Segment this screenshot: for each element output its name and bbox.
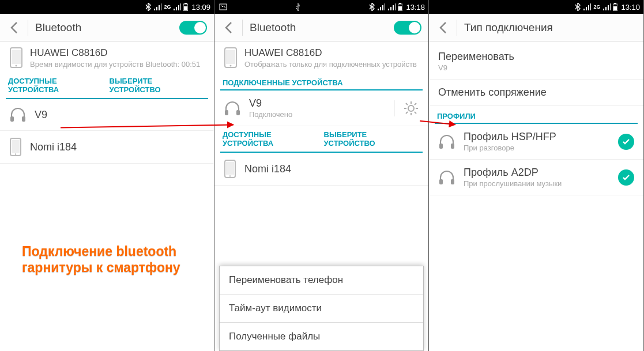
svg-line-29 xyxy=(406,112,408,114)
phone-icon xyxy=(224,160,236,178)
battery-icon xyxy=(398,3,402,11)
battery-icon xyxy=(613,3,617,11)
signal-icon xyxy=(583,3,591,10)
svg-point-18 xyxy=(230,65,232,67)
svg-rect-38 xyxy=(439,179,443,184)
svg-line-27 xyxy=(415,112,416,114)
section-profiles-label: ПРОФИЛИ xyxy=(429,106,643,123)
svg-rect-31 xyxy=(226,162,234,175)
header-separator xyxy=(28,20,28,36)
profile-row-a2dp[interactable]: Профиль A2DP При прослушивании музыки xyxy=(429,160,643,195)
page-title: Тип подключения xyxy=(464,21,643,34)
gear-icon[interactable] xyxy=(394,100,419,116)
bluetooth-toggle[interactable] xyxy=(394,21,421,35)
own-device-row[interactable]: HUAWEI C8816D Время видимости для устрой… xyxy=(0,41,214,73)
svg-rect-9 xyxy=(12,140,20,153)
device-tabs: ДОСТУПНЫЕ УСТРОЙСТВА ВЫБЕРИТЕ УСТРОЙСТВО xyxy=(6,75,208,99)
headphones-icon xyxy=(224,100,241,117)
phone-icon xyxy=(9,138,22,156)
headphones-icon xyxy=(438,133,455,150)
profile-title: Профиль A2DP xyxy=(464,167,610,179)
screen-1: 2G 13:09 Bluetooth HUAWEI C8816D Время в… xyxy=(0,0,214,351)
battery-icon xyxy=(183,3,188,11)
tab-select[interactable]: ВЫБЕРИТЕ УСТРОЙСТВО xyxy=(322,129,423,152)
signal-secondary-icon xyxy=(602,3,611,10)
phone-icon xyxy=(9,47,23,68)
status-time: 13:09 xyxy=(191,3,210,12)
header-separator xyxy=(242,20,243,36)
svg-line-28 xyxy=(415,103,416,105)
menu-rename-phone[interactable]: Переименовать телефон xyxy=(220,266,423,295)
device-tabs: ДОСТУПНЫЕ УСТРОЙСТВА ВЫБЕРИТЕ УСТРОЙСТВО xyxy=(220,129,423,153)
check-icon[interactable] xyxy=(618,169,634,186)
rename-row[interactable]: Переименовать V9 xyxy=(429,41,643,80)
back-button[interactable] xyxy=(214,14,242,41)
profile-row-hsp[interactable]: Профиль HSP/HFP При разговоре xyxy=(429,124,643,160)
device-row-nomi[interactable]: Nomi i184 xyxy=(0,131,214,164)
own-device-sub: Время видимости для устройств Bluetooth:… xyxy=(30,60,205,69)
svg-rect-2 xyxy=(184,6,187,10)
status-time: 13:18 xyxy=(406,3,425,12)
svg-rect-34 xyxy=(614,3,616,4)
overflow-menu: Переименовать телефон Тайм-аут видимости… xyxy=(219,266,424,351)
menu-received-files[interactable]: Полученные файлы xyxy=(220,323,423,350)
connected-device-name: V9 xyxy=(249,97,386,110)
tab-select[interactable]: ВЫБЕРИТЕ УСТРОЙСТВО xyxy=(107,75,209,98)
section-connected-label: ПОДКЛЮЧЕННЫЕ УСТРОЙСТВА xyxy=(214,73,428,89)
status-bar: 2G 13:10 xyxy=(429,0,643,14)
menu-visibility-timeout[interactable]: Тайм-аут видимости xyxy=(220,295,423,323)
profile-sub: При разговоре xyxy=(464,144,610,152)
svg-rect-15 xyxy=(398,6,402,10)
device-name: Nomi i184 xyxy=(244,163,419,175)
rename-label: Переименовать xyxy=(438,51,634,63)
tab-available[interactable]: ДОСТУПНЫЕ УСТРОЙСТВА xyxy=(220,129,322,152)
screenshot-icon xyxy=(219,3,227,10)
svg-rect-14 xyxy=(399,3,401,4)
header-separator xyxy=(457,20,457,36)
svg-rect-1 xyxy=(184,3,187,4)
bluetooth-icon xyxy=(575,3,581,11)
own-device-name: HUAWEI C8816D xyxy=(30,47,205,59)
check-icon[interactable] xyxy=(618,134,634,150)
phone-icon xyxy=(224,47,238,68)
back-button[interactable] xyxy=(429,14,457,41)
tab-available[interactable]: ДОСТУПНЫЕ УСТРОЙСТВА xyxy=(6,75,107,98)
svg-rect-37 xyxy=(451,144,454,149)
svg-rect-36 xyxy=(439,144,443,149)
bluetooth-toggle[interactable] xyxy=(179,21,207,35)
signal-secondary-icon xyxy=(173,3,181,10)
svg-rect-17 xyxy=(226,50,235,64)
page-title: Bluetooth xyxy=(35,21,179,34)
device-name: V9 xyxy=(35,109,205,121)
back-button[interactable] xyxy=(0,14,28,41)
unpair-label: Отменить сопряжение xyxy=(438,86,634,99)
svg-rect-19 xyxy=(225,110,228,115)
svg-point-32 xyxy=(229,175,231,177)
header: Тип подключения xyxy=(429,14,643,41)
screen-2: 13:18 Bluetooth HUAWEI C8816D Отображать… xyxy=(214,0,429,351)
svg-rect-7 xyxy=(22,116,25,122)
headphones-icon xyxy=(9,106,27,123)
bluetooth-icon xyxy=(145,3,151,11)
own-device-name: HUAWEI C8816D xyxy=(244,47,419,59)
profile-sub: При прослушивании музыки xyxy=(464,179,610,188)
status-time: 13:10 xyxy=(621,3,640,12)
unpair-row[interactable]: Отменить сопряжение xyxy=(429,80,643,106)
svg-rect-4 xyxy=(12,50,21,64)
svg-rect-20 xyxy=(236,110,240,115)
signal-icon xyxy=(377,3,385,10)
rename-value: V9 xyxy=(438,63,634,72)
signal-2g-icon: 2G xyxy=(164,4,171,10)
signal-2g-icon: 2G xyxy=(593,4,600,10)
svg-rect-11 xyxy=(220,4,227,10)
svg-rect-39 xyxy=(451,179,454,184)
profile-title: Профиль HSP/HFP xyxy=(464,131,610,143)
bluetooth-icon xyxy=(369,3,375,11)
svg-point-5 xyxy=(16,65,17,67)
svg-point-12 xyxy=(297,10,299,11)
own-device-row[interactable]: HUAWEI C8816D Отображать только для подк… xyxy=(214,41,428,73)
status-bar: 13:18 xyxy=(214,0,428,14)
connected-device-row[interactable]: V9 Подключено xyxy=(214,90,428,126)
device-row-nomi[interactable]: Nomi i184 xyxy=(214,153,428,186)
status-bar: 2G 13:09 xyxy=(0,0,214,14)
